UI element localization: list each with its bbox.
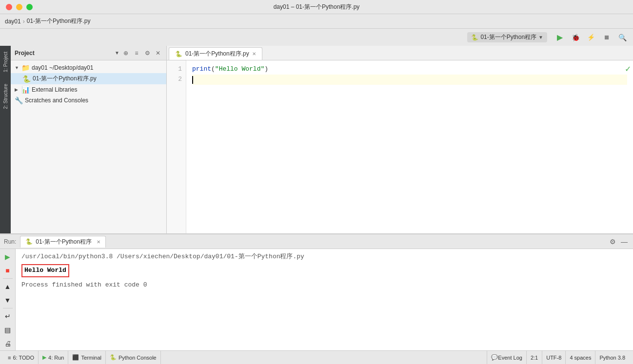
python-console-label: Python Console	[119, 355, 157, 361]
terminal-icon: ⬛	[72, 354, 79, 361]
bt-lines-icon[interactable]: ≡ 6: TODO	[4, 351, 39, 364]
code-line-2[interactable]	[192, 75, 627, 85]
tree-item-scratches[interactable]: 🔧 Scratches and Consoles	[11, 95, 166, 106]
editor-tab-main[interactable]: 🐍 01-第一个Python程序.py ✕	[169, 47, 262, 60]
event-log-label: Event Log	[498, 355, 522, 361]
sidebar-item-structure[interactable]: 2: Structure	[2, 78, 9, 115]
run-tab[interactable]: 🐍 01-第一个Python程序 ✕	[20, 236, 106, 248]
title-bar: day01 – 01-第一个Python程序.py	[0, 0, 633, 14]
tree-item-root[interactable]: ▼ 📁 day01 ~/Desktop/day01	[11, 62, 166, 73]
project-icon-settings[interactable]: ⚙	[143, 49, 152, 57]
lines-icon: ≡	[8, 355, 11, 361]
debug-button[interactable]: 🐞	[569, 31, 582, 44]
run-command-text: /usr/local/bin/python3.8 /Users/xiechen/…	[21, 253, 304, 260]
root-label: day01 ~/Desktop/day01	[32, 64, 162, 71]
sidebar-item-project[interactable]: 1: Project	[2, 46, 9, 78]
todo-label: 6: TODO	[13, 355, 34, 361]
search-button[interactable]: 🔍	[615, 31, 629, 44]
left-sidebar: 1: Project 2: Structure	[0, 46, 11, 233]
code-editor: 1 2 print("Hello World") ✓	[167, 60, 633, 233]
event-log-icon: 💬	[491, 354, 498, 361]
print-button[interactable]: 🖨	[2, 338, 14, 349]
python-console-icon: 🐍	[110, 354, 117, 361]
run-output: /usr/local/bin/python3.8 /Users/xiechen/…	[16, 249, 633, 350]
project-icon-add[interactable]: ⊕	[121, 49, 130, 57]
run-close-icon[interactable]: —	[619, 237, 629, 247]
run-play-button[interactable]: ▶	[2, 251, 14, 263]
minimize-button[interactable]	[16, 4, 22, 10]
coverage-button[interactable]: ⚡	[584, 31, 598, 44]
terminal-label: Terminal	[81, 355, 101, 361]
line-numbers: 1 2	[167, 60, 186, 233]
run-command: /usr/local/bin/python3.8 /Users/xiechen/…	[21, 252, 627, 262]
filter-button[interactable]: ▤	[2, 324, 14, 336]
tab-close-button[interactable]: ✕	[252, 51, 256, 57]
project-header-icons: ⊕ ≡ ⚙ ✕	[121, 49, 162, 57]
run-finished-message: Process finished with exit code 0	[21, 280, 627, 290]
editor-area: 🐍 01-第一个Python程序.py ✕ 1 2 print("Hello W…	[167, 46, 633, 233]
ext-libs-label: External Libraries	[32, 86, 162, 93]
bottom-toolbar: ≡ 6: TODO ▶ 4: Run ⬛ Terminal 🐍 Python C…	[0, 350, 633, 364]
bt-run-item[interactable]: ▶ 4: Run	[39, 351, 68, 364]
tab-filename: 01-第一个Python程序.py	[185, 50, 249, 58]
tree-item-ext-libs[interactable]: ▶ 📊 External Libraries	[11, 84, 166, 95]
code-line-1: print("Hello World")	[192, 64, 627, 75]
tree-arrow-root: ▼	[15, 65, 20, 70]
run-button[interactable]: ▶	[553, 31, 567, 44]
tree-item-python-file[interactable]: 🐍 01-第一个Python程序.py	[11, 73, 166, 84]
bt-python-console-item[interactable]: 🐍 Python Console	[106, 351, 161, 364]
main-toolbar: 🐍 01-第一个Python程序 ▼ ▶ 🐞 ⚡ ⏹ 🔍	[0, 28, 633, 46]
run-content: ▶ ■ ▲ ▼ ↵ ▤ 🖨 /usr/local/bin/python3.8 /…	[0, 249, 633, 350]
text-cursor	[192, 76, 193, 84]
run-sidebar-sep2	[3, 308, 13, 308]
project-dropdown-arrow[interactable]: ▼	[115, 50, 119, 56]
window-controls[interactable]	[6, 4, 33, 10]
run-config-label: 01-第一个Python程序	[480, 33, 536, 41]
run-sidebar: ▶ ■ ▲ ▼ ↵ ▤ 🖨	[0, 249, 16, 350]
bt-position: 2:1	[526, 351, 542, 364]
run-tab-close[interactable]: ✕	[97, 239, 100, 245]
run-panel-header: Run: 🐍 01-第一个Python程序 ✕ ⚙ —	[0, 234, 633, 249]
run-tab-icon: 🐍	[25, 238, 33, 245]
project-tree: ▼ 📁 day01 ~/Desktop/day01 🐍 01-第一个Python…	[11, 60, 166, 233]
line-num-1: 1	[167, 64, 186, 75]
bt-python-version[interactable]: Python 3.8	[595, 351, 629, 364]
breadcrumb-day01[interactable]: day01	[5, 18, 21, 25]
close-button[interactable]	[6, 4, 12, 10]
bt-event-log[interactable]: 💬 Event Log	[487, 351, 526, 364]
scratches-label: Scratches and Consoles	[25, 97, 162, 104]
project-panel: Project ▼ ⊕ ≡ ⚙ ✕ ▼ 📁 day01 ~/Desktop/da…	[11, 46, 167, 233]
project-title: Project	[15, 50, 113, 57]
run-tab-label-bt: 4: Run	[48, 355, 64, 361]
run-config-arrow: ▼	[538, 35, 543, 40]
run-stop-button[interactable]: ■	[2, 265, 14, 276]
bottom-panel: Run: 🐍 01-第一个Python程序 ✕ ⚙ — ▶ ■ ▲ ▼ ↵ ▤ …	[0, 233, 633, 350]
stop-button[interactable]: ⏹	[600, 31, 613, 44]
wrap-button[interactable]: ↵	[2, 310, 14, 322]
run-tab-label: 01-第一个Python程序	[36, 238, 92, 246]
python-file-label: 01-第一个Python程序.py	[33, 75, 162, 83]
run-sidebar-sep	[3, 278, 13, 279]
scroll-up-button[interactable]: ▲	[2, 281, 14, 292]
line-num-2: 2	[167, 75, 186, 85]
run-panel-icons: ⚙ —	[608, 237, 629, 247]
maximize-button[interactable]	[26, 4, 33, 10]
project-panel-header: Project ▼ ⊕ ≡ ⚙ ✕	[11, 46, 166, 60]
project-icon-collapse[interactable]: ≡	[132, 49, 141, 57]
breadcrumb-file[interactable]: 01-第一个Python程序.py	[27, 17, 91, 25]
run-config-selector[interactable]: 🐍 01-第一个Python程序 ▼	[467, 32, 547, 42]
run-settings-icon[interactable]: ⚙	[608, 237, 617, 247]
bt-terminal-item[interactable]: ⬛ Terminal	[68, 351, 106, 364]
run-icon: ▶	[42, 354, 46, 361]
project-icon-close[interactable]: ✕	[154, 49, 162, 57]
keyword-print: print	[192, 64, 211, 75]
main-content: 1: Project 2: Structure Project ▼ ⊕ ≡ ⚙ …	[0, 46, 633, 233]
bt-encoding[interactable]: UTF-8	[542, 351, 565, 364]
scratches-icon: 🔧	[15, 96, 23, 104]
editor-tabs: 🐍 01-第一个Python程序.py ✕	[167, 46, 633, 60]
bt-spaces[interactable]: 4 spaces	[565, 351, 595, 364]
hello-world-output: Hello World	[21, 264, 69, 277]
scroll-down-button[interactable]: ▼	[2, 294, 14, 306]
code-content[interactable]: print("Hello World")	[186, 60, 633, 233]
run-hello-world: Hello World	[21, 263, 627, 278]
